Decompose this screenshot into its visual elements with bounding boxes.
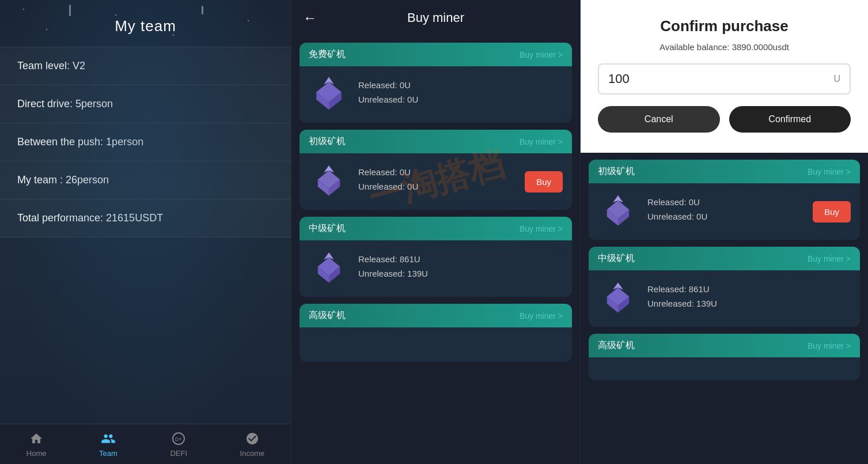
confirm-mid-body: Released: 861U Unreleased: 139U xyxy=(589,270,860,327)
stat-level-label: Team level: xyxy=(17,60,73,71)
confirm-basic-body: Released: 0U Unreleased: 0U Buy xyxy=(589,183,860,240)
confirm-basic-buy-button[interactable]: Buy xyxy=(813,201,851,222)
miner-free-body: Released: 0U Unreleased: 0U xyxy=(300,66,572,123)
confirm-mid-header: 中级矿机 Buy miner > xyxy=(589,247,860,270)
confirm-mid-unreleased: Unreleased: 139U xyxy=(647,299,851,308)
confirm-high-body xyxy=(589,357,860,380)
miner-high-header: 高级矿机 Buy miner > xyxy=(300,304,572,327)
nav-team[interactable]: Team xyxy=(88,428,129,461)
team-stats-list: Team level: V2 Direct drive: 5person Bet… xyxy=(0,47,291,424)
back-button[interactable]: ← xyxy=(303,10,317,26)
confirm-panel: Confirm purchase Available balance: 3890… xyxy=(580,0,868,464)
confirm-basic-header: 初级矿机 Buy miner > xyxy=(589,160,860,183)
confirm-high-title: 高级矿机 xyxy=(598,339,635,352)
confirm-basic-released: Released: 0U xyxy=(647,197,803,207)
confirmed-button[interactable]: Confirmed xyxy=(729,106,851,133)
nav-income-label: Income xyxy=(240,449,265,458)
miner-basic-buy-button[interactable]: Buy xyxy=(525,171,563,193)
stat-my-team: My team : 26person xyxy=(0,161,291,199)
nav-defi-label: DEFI xyxy=(170,449,187,458)
miner-high-title: 高级矿机 xyxy=(309,310,346,322)
nav-defi[interactable]: D+ DEFI xyxy=(158,428,199,461)
miner-basic-body: 一淘搭档 Released: 0U Unreleased: 0U Buy xyxy=(300,153,572,210)
confirm-mid-title: 中级矿机 xyxy=(598,252,635,265)
miner-basic-icon xyxy=(309,161,349,202)
income-icon xyxy=(244,431,260,447)
confirm-mid-icon xyxy=(598,278,638,319)
confirm-buttons: Cancel Confirmed xyxy=(598,106,851,133)
defi-icon: D+ xyxy=(170,431,187,447)
confirm-unit: U xyxy=(833,74,840,84)
confirm-basic-title: 初级矿机 xyxy=(598,165,635,178)
miner-list: 免费矿机 Buy miner > Released: 0U Unreleased… xyxy=(291,36,580,464)
miner-mid-stats: Released: 861U Unreleased: 139U xyxy=(358,254,563,283)
stat-direct-value: 5person xyxy=(75,98,113,110)
balance-value: 3890.0000usdt xyxy=(732,42,789,52)
miner-free-released: Released: 0U xyxy=(358,80,563,90)
confirm-balance: Available balance: 3890.0000usdt xyxy=(598,42,851,52)
stat-direct-drive: Direct drive: 5person xyxy=(0,85,291,123)
miner-card-mid: 中级矿机 Buy miner > Released: 861U Unreleas… xyxy=(300,217,572,297)
nav-income[interactable]: Income xyxy=(229,428,276,461)
confirm-basic-link[interactable]: Buy miner > xyxy=(808,167,851,176)
stat-level-value: V2 xyxy=(73,60,85,71)
miner-mid-title: 中级矿机 xyxy=(309,222,346,235)
miner-basic-header: 初级矿机 Buy miner > xyxy=(300,130,572,153)
confirm-mid-stats: Released: 861U Unreleased: 139U xyxy=(647,284,851,313)
miner-card-free: 免费矿机 Buy miner > Released: 0U Unreleased… xyxy=(300,43,572,123)
stat-team-level: Team level: V2 xyxy=(0,47,291,85)
confirm-amount-input[interactable] xyxy=(608,71,833,86)
miner-basic-title: 初级矿机 xyxy=(309,135,346,148)
stat-myteam-value: 26person xyxy=(66,174,109,186)
stat-myteam-label: My team : xyxy=(17,174,66,186)
nav-team-label: Team xyxy=(99,449,117,458)
buy-miner-header: ← Buy miner xyxy=(291,0,580,36)
confirm-basic-unreleased: Unreleased: 0U xyxy=(647,212,803,221)
miner-mid-body: Released: 861U Unreleased: 139U xyxy=(300,240,572,297)
team-title: My team xyxy=(0,0,291,47)
balance-label: Available balance: xyxy=(659,42,729,52)
confirm-mid-link[interactable]: Buy miner > xyxy=(808,254,851,263)
miner-free-title: 免费矿机 xyxy=(309,48,346,61)
confirm-title: Confirm purchase xyxy=(598,17,851,35)
confirm-mid-released: Released: 861U xyxy=(647,284,851,294)
miner-mid-unreleased: Unreleased: 139U xyxy=(358,269,563,278)
miner-high-body xyxy=(300,327,572,362)
stat-push-value: 1person xyxy=(106,136,143,148)
miner-mid-icon xyxy=(309,248,349,289)
confirm-miner-high: 高级矿机 Buy miner > xyxy=(589,334,860,380)
miner-high-link[interactable]: Buy miner > xyxy=(520,311,563,320)
confirm-high-link[interactable]: Buy miner > xyxy=(808,341,851,350)
svg-text:D+: D+ xyxy=(175,436,182,442)
home-icon xyxy=(28,431,44,447)
buy-miner-title: Buy miner xyxy=(407,10,464,25)
cancel-button[interactable]: Cancel xyxy=(598,106,720,133)
confirm-basic-icon xyxy=(598,191,638,232)
stat-perf-value: 21615USDT xyxy=(106,212,163,224)
confirm-basic-stats: Released: 0U Unreleased: 0U xyxy=(647,197,803,226)
miner-basic-released: Released: 0U xyxy=(358,167,516,177)
miner-mid-header: 中级矿机 Buy miner > xyxy=(300,217,572,240)
stat-total-performance: Total performance: 21615USDT xyxy=(0,199,291,237)
miner-free-header: 免费矿机 Buy miner > xyxy=(300,43,572,66)
miner-free-stats: Released: 0U Unreleased: 0U xyxy=(358,80,563,109)
confirm-miner-basic: 初级矿机 Buy miner > Released: 0U Unreleased… xyxy=(589,160,860,240)
miner-basic-unreleased: Unreleased: 0U xyxy=(358,182,516,191)
buy-miner-panel: ← Buy miner 免费矿机 Buy miner > Re xyxy=(291,0,580,464)
miner-mid-released: Released: 861U xyxy=(358,254,563,264)
nav-home[interactable]: Home xyxy=(15,428,58,461)
confirm-input-row: U xyxy=(598,63,851,95)
team-icon xyxy=(100,431,116,447)
stat-between-push: Between the push: 1person xyxy=(0,123,291,161)
stat-perf-label: Total performance: xyxy=(17,212,106,224)
miner-free-unreleased: Unreleased: 0U xyxy=(358,95,563,104)
stat-push-label: Between the push: xyxy=(17,136,106,148)
miner-free-link[interactable]: Buy miner > xyxy=(520,50,563,59)
miner-mid-link[interactable]: Buy miner > xyxy=(520,224,563,233)
nav-home-label: Home xyxy=(26,449,47,458)
miner-basic-link[interactable]: Buy miner > xyxy=(520,137,563,146)
team-panel: My team Team level: V2 Direct drive: 5pe… xyxy=(0,0,291,464)
confirm-high-header: 高级矿机 Buy miner > xyxy=(589,334,860,357)
miner-basic-stats: Released: 0U Unreleased: 0U xyxy=(358,167,516,196)
confirm-panel-bottom: 初级矿机 Buy miner > Released: 0U Unreleased… xyxy=(581,153,868,464)
